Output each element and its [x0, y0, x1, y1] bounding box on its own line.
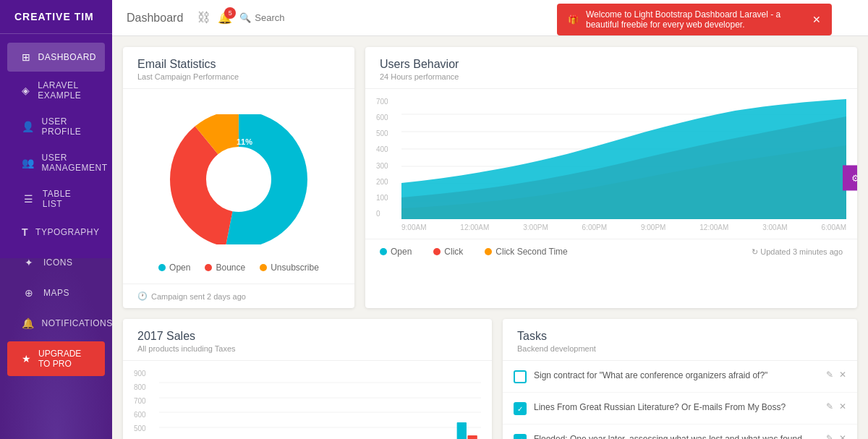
notification-banner: 🎁 Welcome to Light Bootstrap Dashboard L…: [557, 4, 832, 35]
task-text-3: Flooded: One year later, assessing what …: [534, 433, 819, 439]
task-edit-2[interactable]: ✎: [826, 401, 833, 412]
legend-area-click2: Click Second Time: [485, 247, 567, 257]
banner-close-button[interactable]: ✕: [812, 14, 821, 25]
legend-area-open: Open: [380, 247, 412, 257]
topbar-link-icon[interactable]: ⛓: [197, 10, 210, 25]
sidebar-item-user-management[interactable]: 👥 USER MANAGEMENT: [7, 145, 105, 180]
gear-button[interactable]: ⚙: [843, 165, 857, 190]
x-axis-labels: 9:00AM 12:00AM 3:00PM 6:00PM 9:00PM 12:0…: [376, 223, 846, 231]
sidebar-item-dashboard[interactable]: ⊞ DASHBOARD: [7, 43, 105, 72]
sidebar-item-dashboard-label: DASHBOARD: [38, 52, 97, 62]
svg-rect-43: [467, 435, 477, 439]
sidebar-item-typography[interactable]: T TYPOGRAPHY: [7, 218, 105, 247]
sidebar-item-icons[interactable]: ✦ ICONS: [7, 248, 105, 277]
sidebar-item-user-profile[interactable]: 👤 USER PROFILE: [7, 109, 105, 144]
email-stats-card: Email Statistics Last Campaign Performan…: [123, 47, 354, 308]
laravel-icon: ◈: [22, 83, 30, 98]
legend-area-click-label: Click: [444, 247, 463, 257]
y-axis-labels: 0 100 200 300 400 500 600 700: [376, 96, 401, 219]
task-item-2: ✓ Lines From Great Russian Literature? O…: [503, 393, 857, 425]
pie-legend: Open Bounce Unsubscribe: [137, 263, 340, 273]
area-open-dot: [380, 248, 387, 255]
task-actions-3: ✎ ✕: [826, 433, 846, 439]
legend-unsubscribe-label: Unsubscribe: [271, 263, 319, 273]
sidebar-item-table-list-label: TABLE LIST: [43, 189, 90, 209]
area-chart-svg: [401, 96, 846, 219]
sidebar-item-icons-label: ICONS: [43, 257, 73, 268]
task-delete-1[interactable]: ✕: [839, 370, 846, 380]
sidebar-nav: ⊞ DASHBOARD ◈ LARAVEL EXAMPLE 👤 USER PRO…: [0, 34, 112, 439]
notification-text: Welcome to Light Bootstrap Dashboard Lar…: [586, 9, 801, 30]
sidebar-item-typography-label: TYPOGRAPHY: [35, 227, 99, 237]
task-actions-1: ✎ ✕: [826, 370, 846, 380]
task-item-3: ✓ Flooded: One year later, assessing wha…: [503, 425, 857, 439]
users-behavior-title: Users Behavior: [380, 58, 843, 71]
task-item-1: Sign contract for "What are conference o…: [503, 361, 857, 393]
sidebar-item-maps[interactable]: ⊕ MAPS: [7, 278, 105, 307]
email-stats-body: 53% 36% 11% Open Bounce: [123, 89, 354, 284]
sidebar-item-maps-label: MAPS: [43, 288, 69, 298]
task-text-1: Sign contract for "What are conference o…: [534, 370, 819, 382]
svg-text:11%: 11%: [237, 137, 252, 146]
email-stats-footer: 🕐 Campaign sent 2 days ago: [123, 284, 354, 308]
tasks-header: Tasks Backend development: [503, 319, 857, 361]
sidebar-item-laravel[interactable]: ◈ LARAVEL EXAMPLE: [7, 73, 105, 108]
tasks-list: Sign contract for "What are conference o…: [503, 361, 857, 439]
user-icon: 👤: [22, 119, 35, 134]
sales-header: 2017 Sales All products including Taxes: [123, 319, 492, 361]
legend-area-open-label: Open: [391, 247, 412, 257]
task-checkbox-3[interactable]: ✓: [514, 434, 527, 439]
users-behavior-footer-text: ↻ Updated 3 minutes ago: [752, 247, 843, 257]
topbar-bell-icon[interactable]: 🔔 5: [218, 11, 232, 25]
search-box: 🔍: [239, 12, 363, 23]
task-checkbox-1[interactable]: [514, 370, 527, 383]
search-input[interactable]: [255, 12, 363, 23]
clock-icon: 🕐: [137, 291, 148, 301]
task-edit-1[interactable]: ✎: [826, 370, 833, 380]
main-content: Dashboard ⛓ 🔔 5 🔍 🎁 Welcome to Light Boo…: [112, 0, 868, 439]
search-icon: 🔍: [239, 12, 251, 23]
sidebar-item-notifications[interactable]: 🔔 NOTIFICATIONS: [7, 309, 105, 338]
legend-bounce: Bounce: [205, 263, 245, 273]
pie-chart: 53% 36% 11%: [166, 114, 311, 244]
svg-rect-42: [457, 422, 467, 439]
users-behavior-header: Users Behavior 24 Hours performance: [365, 47, 857, 89]
task-delete-2[interactable]: ✕: [839, 401, 846, 412]
sidebar-item-notifications-label: NOTIFICATIONS: [42, 318, 113, 328]
maps-icon: ⊕: [22, 286, 36, 300]
svg-text:53%: 53%: [243, 159, 264, 171]
sidebar-item-user-management-label: USER MANAGEMENT: [42, 153, 108, 173]
sales-body: 0 100 200 300 400 500 600 700 800 900: [123, 361, 492, 439]
upgrade-icon: ★: [22, 353, 31, 365]
task-delete-3[interactable]: ✕: [839, 433, 846, 439]
legend-area-click2-label: Click Second Time: [495, 247, 567, 257]
sidebar: CREATIVE TIM ⊞ DASHBOARD ◈ LARAVEL EXAMP…: [0, 0, 112, 439]
sidebar-item-table-list[interactable]: ☰ TABLE LIST: [7, 182, 105, 216]
unsubscribe-dot: [260, 264, 267, 271]
users-behavior-card: Users Behavior 24 Hours performance 0 10…: [365, 47, 857, 308]
area-chart-legend: Open Click Click Second Time: [380, 247, 568, 257]
email-stats-header: Email Statistics Last Campaign Performan…: [123, 47, 354, 89]
upgrade-button[interactable]: ★ UPGRADE TO PRO: [7, 341, 105, 376]
task-edit-3[interactable]: ✎: [826, 433, 833, 439]
pie-chart-container: 53% 36% 11%: [137, 100, 340, 259]
legend-bounce-label: Bounce: [216, 263, 245, 273]
email-stats-subtitle: Last Campaign Performance: [137, 72, 340, 81]
bar-chart-svg: [159, 368, 481, 439]
page-title: Dashboard: [127, 12, 183, 25]
topbar: Dashboard ⛓ 🔔 5 🔍 🎁 Welcome to Light Boo…: [112, 0, 868, 36]
task-checkbox-2[interactable]: ✓: [514, 402, 527, 415]
gift-icon: 🎁: [568, 14, 579, 25]
notifications-icon: 🔔: [22, 316, 35, 331]
legend-area-click: Click: [433, 247, 463, 257]
tasks-title: Tasks: [517, 330, 843, 343]
legend-open-label: Open: [169, 263, 190, 273]
sales-subtitle: All products including Taxes: [137, 344, 477, 353]
users-icon: 👥: [22, 155, 35, 170]
row-2: 2017 Sales All products including Taxes …: [123, 319, 857, 439]
content-area: Email Statistics Last Campaign Performan…: [112, 36, 868, 439]
sales-card: 2017 Sales All products including Taxes …: [123, 319, 492, 439]
legend-open: Open: [158, 263, 190, 273]
refresh-icon: ↻: [752, 247, 758, 256]
area-click2-dot: [485, 248, 492, 255]
